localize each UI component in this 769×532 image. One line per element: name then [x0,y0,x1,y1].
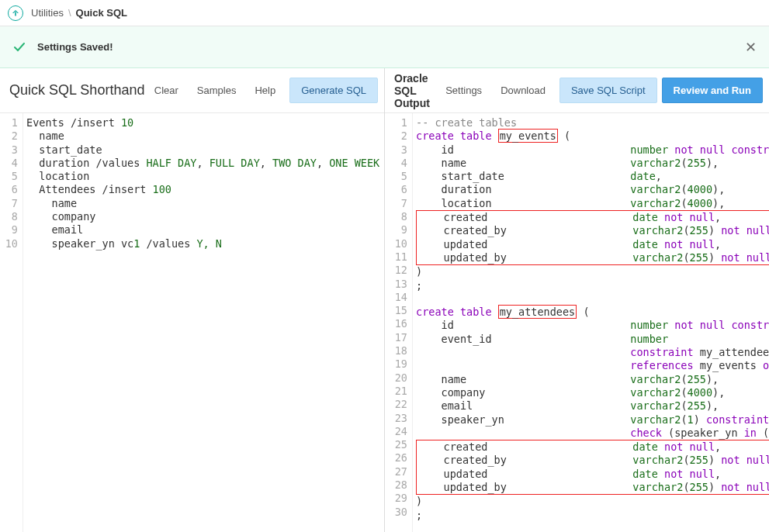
right-toolbar: OracleSQLOutput Settings Download Save S… [385,68,769,113]
left-title: Quick SQL Shorthand [6,82,144,98]
shorthand-editor[interactable]: 12345678910 Events /insert 10 name start… [0,113,384,532]
check-icon [12,40,26,54]
right-gutter: 1234567891011121314151617181920212223242… [385,113,413,532]
right-title: OracleSQLOutput [391,72,430,109]
left-toolbar: Quick SQL Shorthand Clear Samples Help G… [0,68,384,113]
sql-code[interactable]: -- create tables create table my_events … [413,113,769,532]
download-button[interactable]: Download [491,80,555,101]
sql-editor[interactable]: 1234567891011121314151617181920212223242… [385,113,769,532]
output-pane: OracleSQLOutput Settings Download Save S… [385,68,769,532]
shorthand-pane: Quick SQL Shorthand Clear Samples Help G… [0,68,385,532]
settings-button[interactable]: Settings [436,80,491,101]
breadcrumb-parent[interactable]: Utilities [31,7,64,19]
left-gutter: 12345678910 [0,113,23,532]
breadcrumb: Utilities \ Quick SQL [0,0,769,26]
shorthand-code[interactable]: Events /insert 10 name start_date durati… [23,113,384,532]
breadcrumb-current: Quick SQL [76,7,127,19]
generate-sql-button[interactable]: Generate SQL [289,78,378,103]
banner-message: Settings Saved! [37,41,113,53]
samples-button[interactable]: Samples [188,80,246,101]
review-run-button[interactable]: Review and Run [662,78,763,103]
close-icon[interactable]: ✕ [745,39,757,56]
success-banner: Settings Saved! ✕ [0,26,769,68]
help-button[interactable]: Help [245,80,285,101]
save-sql-button[interactable]: Save SQL Script [559,78,657,103]
up-arrow-icon[interactable] [8,5,23,21]
clear-button[interactable]: Clear [145,80,188,101]
breadcrumb-separator: \ [68,7,71,19]
